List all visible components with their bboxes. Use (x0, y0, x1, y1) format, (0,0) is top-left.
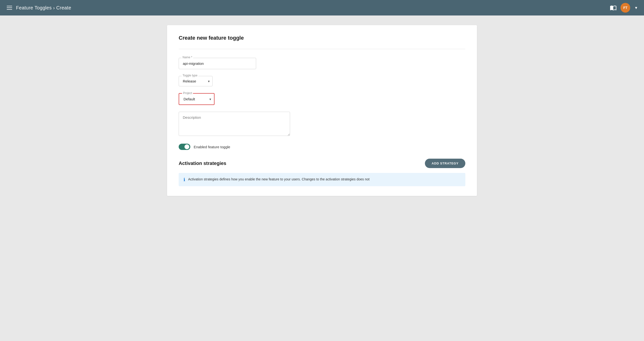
divider (179, 49, 465, 49)
form-card: Create new feature toggle Name * Toggle … (167, 25, 477, 196)
enabled-toggle[interactable] (179, 144, 190, 150)
name-field-group: Name * (179, 58, 465, 69)
project-label: Project (182, 91, 193, 95)
toggle-type-label: Toggle type (182, 74, 198, 77)
add-strategy-button[interactable]: ADD STRATEGY (425, 159, 465, 168)
user-menu-chevron-icon[interactable]: ▾ (635, 5, 637, 10)
avatar[interactable]: FT (620, 3, 630, 12)
toggle-type-select-container: Toggle type Release Experiment Operation… (179, 76, 212, 86)
header-right: FT ▾ (610, 3, 637, 12)
info-circle-icon: ℹ (184, 177, 185, 182)
name-field-container: Name * (179, 58, 256, 69)
name-label: Name * (182, 56, 193, 59)
enabled-toggle-label: Enabled feature toggle (194, 145, 230, 149)
enabled-toggle-row: Enabled feature toggle (179, 144, 465, 150)
name-input[interactable] (179, 58, 256, 69)
breadcrumb: Feature Toggles › Create (16, 5, 71, 11)
info-banner: ℹ Activation strategies defines how you … (179, 173, 465, 186)
header-left: Feature Toggles › Create (7, 5, 71, 11)
strategies-section-header: Activation strategies ADD STRATEGY (179, 159, 465, 168)
project-field-group: Project Default Project A Project B ▾ (179, 93, 465, 105)
toggle-slider (179, 144, 190, 150)
documentation-icon[interactable] (610, 4, 617, 11)
project-select-highlighted-wrapper: Project Default Project A Project B ▾ (179, 93, 214, 105)
info-banner-text: Activation strategies defines how you en… (188, 177, 370, 182)
app-header: Feature Toggles › Create FT ▾ (0, 0, 644, 15)
toggle-type-select[interactable]: Release Experiment Operational Kill swit… (179, 76, 212, 86)
project-select[interactable]: Default Project A Project B (180, 94, 214, 104)
page-title: Create new feature toggle (179, 35, 465, 41)
main-content: Create new feature toggle Name * Toggle … (152, 15, 492, 206)
toggle-type-field-group: Toggle type Release Experiment Operation… (179, 76, 465, 86)
description-textarea[interactable] (179, 112, 290, 136)
hamburger-menu-button[interactable] (7, 6, 12, 10)
description-field-group (179, 112, 465, 137)
strategies-title: Activation strategies (179, 161, 226, 166)
